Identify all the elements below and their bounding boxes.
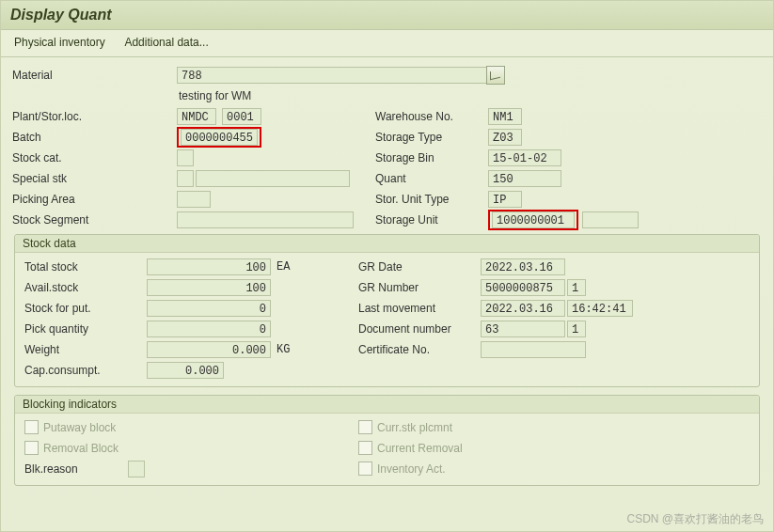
stock-data-title: Stock data <box>15 235 759 253</box>
currstk-checkbox <box>358 420 372 434</box>
pickingarea-field[interactable] <box>177 191 211 208</box>
plant-field[interactable]: NMDC <box>177 108 216 125</box>
stock-data-group: Stock data Total stock100EA Avail.stock1… <box>14 234 760 387</box>
storageunit-extra-field[interactable] <box>582 211 639 228</box>
batch-field[interactable]: 0000000455 <box>181 129 258 146</box>
specialstk-text-field[interactable] <box>196 170 350 187</box>
batch-label: Batch <box>12 131 177 144</box>
stockcat-field[interactable] <box>177 149 194 166</box>
material-label: Material <box>12 69 177 82</box>
stockseg-field[interactable] <box>177 211 354 228</box>
page-title: Display Quant <box>1 1 773 30</box>
availstock-label: Avail.stock <box>24 281 147 294</box>
currrem-label: Current Removal <box>377 442 463 455</box>
grdate-label: GR Date <box>358 260 481 274</box>
totalstock-label: Total stock <box>24 260 147 274</box>
storagetype-label: Storage Type <box>375 131 488 144</box>
weight-label: Weight <box>24 343 147 356</box>
material-description: testing for WM <box>177 89 251 102</box>
pickingarea-label: Picking Area <box>12 193 177 206</box>
stockcat-label: Stock cat. <box>12 151 177 164</box>
stockseg-label: Stock Segment <box>12 213 177 227</box>
batch-highlight: 0000000455 <box>177 127 261 148</box>
stockforput-field[interactable]: 0 <box>147 300 271 317</box>
storageunit-label: Storage Unit <box>375 213 488 227</box>
removal-block-checkbox <box>24 441 39 455</box>
grdate-field[interactable]: 2022.03.16 <box>481 258 565 275</box>
invact-label: Inventory Act. <box>377 462 446 476</box>
pickqty-label: Pick quantity <box>24 322 147 336</box>
blkreason-label: Blk.reason <box>24 462 128 476</box>
currstk-label: Curr.stk plcmnt <box>377 421 452 434</box>
storagebin-label: Storage Bin <box>375 151 488 164</box>
removal-block-label: Removal Block <box>43 442 118 455</box>
warehouse-label: Warehouse No. <box>375 110 488 123</box>
lastmv-date-field[interactable]: 2022.03.16 <box>481 300 565 317</box>
material-f4-icon[interactable] <box>486 66 505 85</box>
storage-loc-field[interactable]: 0001 <box>222 108 261 125</box>
material-field[interactable]: 788 <box>177 67 487 84</box>
plant-label: Plant/Stor.loc. <box>12 110 177 123</box>
blocking-group: Blocking indicators Putaway block Remova… <box>14 395 760 486</box>
storageunit-field[interactable]: 1000000001 <box>492 211 575 228</box>
grnumber-field[interactable]: 5000000875 <box>481 279 565 296</box>
quant-label: Quant <box>375 172 488 185</box>
availstock-field[interactable]: 100 <box>147 279 271 296</box>
watermark: CSDN @喜欢打酱油的老鸟 <box>626 511 764 527</box>
sutype-label: Stor. Unit Type <box>375 193 488 206</box>
grpos-field[interactable]: 1 <box>567 279 586 296</box>
docnumber-label: Document number <box>358 322 481 336</box>
capconsumpt-label: Cap.consumpt. <box>24 364 147 377</box>
lastmovement-label: Last movement <box>358 302 481 315</box>
currrem-checkbox <box>358 441 372 455</box>
capconsumpt-field[interactable]: 0.000 <box>147 362 224 379</box>
blocking-title: Blocking indicators <box>15 396 759 414</box>
lastmv-time-field[interactable]: 16:42:41 <box>567 300 633 317</box>
quant-field[interactable]: 150 <box>488 170 561 187</box>
menu-additional-data[interactable]: Additional data... <box>124 36 208 49</box>
weight-field[interactable]: 0.000 <box>147 341 271 358</box>
menubar: Physical inventory Additional data... <box>1 30 773 57</box>
invact-checkbox <box>358 462 372 476</box>
docpos-field[interactable]: 1 <box>567 321 586 337</box>
putaway-block-label: Putaway block <box>43 421 116 434</box>
specialstk-label: Special stk <box>12 172 177 185</box>
pickqty-field[interactable]: 0 <box>147 321 271 337</box>
docnumber-field[interactable]: 63 <box>481 321 565 337</box>
weight-uom: KG <box>271 343 290 356</box>
stockforput-label: Stock for put. <box>24 302 147 315</box>
storagebin-field[interactable]: 15-01-02 <box>488 149 561 166</box>
warehouse-field[interactable]: NM1 <box>488 108 522 125</box>
storageunit-highlight: 1000000001 <box>488 210 578 230</box>
putaway-block-checkbox <box>24 420 39 434</box>
uom-label: EA <box>271 260 290 274</box>
certno-field[interactable] <box>481 341 586 358</box>
storagetype-field[interactable]: Z03 <box>488 129 522 146</box>
certno-label: Certificate No. <box>358 343 481 356</box>
totalstock-field[interactable]: 100 <box>147 258 271 275</box>
grnumber-label: GR Number <box>358 281 481 294</box>
blkreason-field[interactable] <box>128 461 145 477</box>
sutype-field[interactable]: IP <box>488 191 522 208</box>
window: Display Quant Physical inventory Additio… <box>0 0 774 532</box>
menu-physical-inventory[interactable]: Physical inventory <box>14 36 105 49</box>
specialstk-field[interactable] <box>177 170 194 187</box>
